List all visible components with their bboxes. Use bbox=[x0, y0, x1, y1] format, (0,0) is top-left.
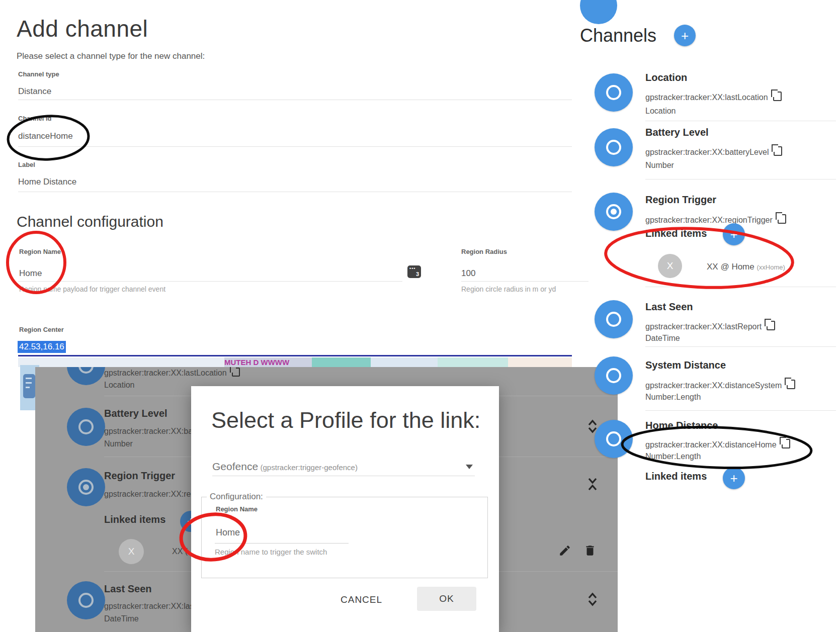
channel-type: Number:Length bbox=[645, 452, 701, 461]
region-radius-input[interactable]: 100 bbox=[461, 268, 475, 279]
add-linked-item-button[interactable]: + bbox=[723, 467, 745, 489]
dropdown-caret-icon bbox=[466, 465, 473, 469]
copy-icon[interactable] bbox=[767, 321, 775, 330]
channel-id: gpstracker:tracker:XX:batteryLevel bbox=[645, 146, 782, 157]
copy-icon[interactable] bbox=[782, 439, 790, 448]
channel-id: gpstracker:tracker:XX:regionTrigger bbox=[645, 214, 786, 225]
region-center-focus-underline bbox=[18, 355, 572, 356]
dialog-region-name-input[interactable]: Home bbox=[216, 527, 240, 538]
label-field-input[interactable]: Home Distance bbox=[18, 177, 76, 187]
channel-type: Location bbox=[645, 107, 676, 116]
map-control-icon bbox=[23, 374, 35, 398]
channel-id-label: Channel Id bbox=[18, 115, 51, 122]
dimmed-channel-id: gpstracker:tracker:XX:lastLocation bbox=[104, 368, 240, 378]
dimmed-linked-item-avatar: X bbox=[119, 539, 144, 564]
region-center-input[interactable]: 42.53,16.16 bbox=[18, 341, 66, 353]
channel-id: gpstracker:tracker:XX:distanceSystem bbox=[645, 380, 795, 390]
dimmed-channel-type: DateTime bbox=[104, 614, 139, 623]
channel-title[interactable]: Region Trigger bbox=[645, 194, 716, 206]
channel-id-underline bbox=[18, 146, 572, 147]
channel-trigger-icon bbox=[595, 193, 633, 231]
channel-id: gpstracker:tracker:XX:lastLocation bbox=[645, 92, 782, 102]
cancel-button[interactable]: CANCEL bbox=[341, 594, 382, 605]
dimmed-channel-type: Number bbox=[104, 439, 133, 448]
dimmed-channel-type: Location bbox=[104, 381, 135, 390]
dialog-region-name-hint: Region name to trigger the switch bbox=[215, 548, 327, 556]
dialog-title: Select a Profile for the link: bbox=[211, 407, 493, 433]
region-name-label: Region Name bbox=[19, 248, 61, 255]
edit-icon bbox=[558, 544, 571, 557]
linked-items-heading: Linked items bbox=[645, 228, 707, 239]
copy-icon[interactable] bbox=[774, 146, 782, 156]
region-name-underline bbox=[18, 281, 402, 282]
dimmed-channel-icon bbox=[67, 408, 105, 446]
add-channel-button[interactable]: + bbox=[674, 25, 696, 46]
channel-type: Number bbox=[645, 161, 674, 170]
copy-icon[interactable] bbox=[778, 214, 786, 224]
dimmed-channel-title: Last Seen bbox=[104, 583, 151, 595]
channel-state-icon bbox=[595, 356, 633, 395]
linked-item-label[interactable]: XX @ Home (xxHome) bbox=[707, 262, 785, 272]
channel-state-icon bbox=[595, 420, 633, 458]
label-field-label: Label bbox=[18, 161, 35, 168]
channel-title[interactable]: System Distance bbox=[645, 359, 726, 371]
channel-title[interactable]: Location bbox=[645, 72, 687, 83]
add-linked-item-button[interactable]: + bbox=[723, 223, 745, 245]
copy-icon[interactable] bbox=[787, 380, 795, 389]
channel-type: Number:Length bbox=[645, 393, 701, 402]
ok-button[interactable]: OK bbox=[417, 587, 476, 611]
dialog-region-name-label: Region Name bbox=[216, 505, 258, 513]
red-ellipse-region-name bbox=[8, 232, 65, 293]
channel-state-icon bbox=[595, 73, 633, 112]
configuration-fieldset: Configuration: Region Name Home Region n… bbox=[201, 497, 488, 578]
partial-avatar-top bbox=[580, 0, 617, 24]
channel-title[interactable]: Battery Level bbox=[645, 127, 709, 138]
delete-icon bbox=[583, 544, 597, 557]
dimmed-channel-title: Battery Level bbox=[104, 408, 167, 419]
map-sliver: MUTEH D WWWW bbox=[18, 357, 572, 367]
dimmed-linked-items-heading: Linked items bbox=[104, 514, 165, 525]
channel-type-underline bbox=[18, 100, 572, 100]
channel-state-icon bbox=[595, 128, 633, 166]
channels-heading: Channels bbox=[580, 25, 656, 46]
region-radius-underline bbox=[461, 281, 589, 282]
channel-id-input[interactable]: distanceHome bbox=[18, 131, 73, 141]
channel-type: DateTime bbox=[645, 334, 680, 343]
input-type-badge-icon[interactable]: ••• 3 bbox=[407, 265, 421, 278]
configuration-legend: Configuration: bbox=[207, 492, 266, 502]
region-radius-label: Region Radius bbox=[461, 248, 507, 255]
dimmed-linked-item-label: XX ( bbox=[172, 547, 188, 556]
channel-id: gpstracker:tracker:XX:lastReport bbox=[645, 321, 775, 331]
dimmed-channel-icon bbox=[67, 468, 105, 506]
form-subtitle: Please select a channel type for the new… bbox=[17, 51, 205, 61]
region-radius-hint: Region circle radius in m or yd bbox=[461, 285, 556, 293]
channel-state-icon bbox=[595, 300, 633, 338]
channel-config-heading: Channel configuration bbox=[17, 213, 163, 230]
profile-dialog: Select a Profile for the link: Geofence … bbox=[191, 386, 499, 632]
channel-title[interactable]: Home Distance bbox=[645, 420, 718, 431]
channel-type-value[interactable]: Distance bbox=[18, 86, 51, 97]
label-underline bbox=[18, 192, 572, 192]
channel-title[interactable]: Last Seen bbox=[645, 301, 693, 313]
dimmed-channel-icon bbox=[67, 581, 105, 619]
dimmed-channel-title: Region Trigger bbox=[104, 470, 175, 482]
linked-items-heading: Linked items bbox=[645, 471, 707, 482]
copy-icon[interactable] bbox=[773, 92, 782, 101]
dimmed-channel-icon bbox=[67, 367, 105, 385]
profile-select[interactable]: Geofence (gpstracker:trigger-geofence) bbox=[212, 461, 358, 473]
region-name-input[interactable]: Home bbox=[19, 268, 42, 279]
unfold-more-icon bbox=[587, 592, 598, 607]
unfold-less-icon bbox=[587, 477, 598, 492]
channel-type-label: Channel type bbox=[18, 70, 59, 78]
channel-id: gpstracker:tracker:XX:distanceHome bbox=[645, 439, 790, 449]
linked-item-avatar: X bbox=[658, 254, 682, 278]
region-center-label: Region Center bbox=[19, 326, 64, 333]
region-name-hint: Region name payload for trigger channel … bbox=[19, 285, 165, 293]
page-title: Add channel bbox=[17, 15, 148, 42]
